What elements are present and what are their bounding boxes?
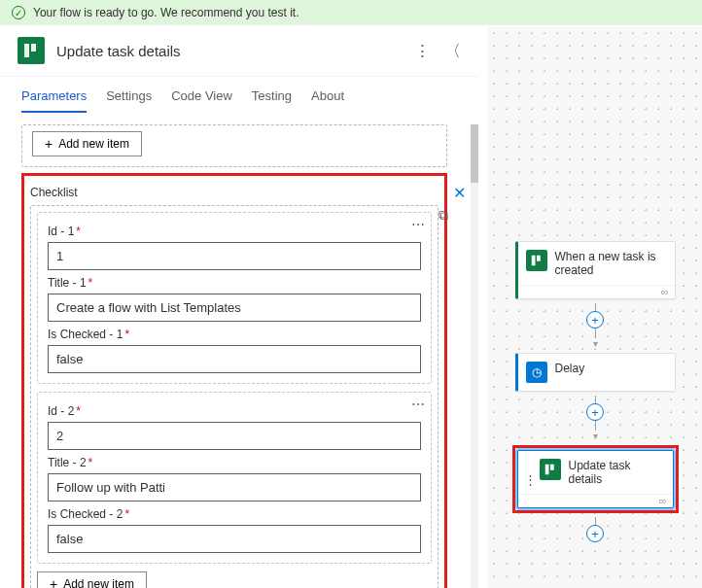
- ischecked-input[interactable]: [48, 345, 421, 373]
- flow-node-delay[interactable]: ◷ Delay: [515, 353, 676, 392]
- flow-node-update[interactable]: ⋮ Update task details ∞: [517, 450, 674, 508]
- title-label: Title - 2*: [48, 456, 421, 469]
- svg-rect-0: [24, 44, 29, 57]
- svg-rect-3: [537, 256, 541, 261]
- scrollbar[interactable]: [471, 124, 478, 588]
- more-icon[interactable]: ⋮: [414, 41, 431, 61]
- checklist-container: ⋯ ⧉ Id - 1* Title - 1* Is Checked - 1* ⋯…: [30, 205, 439, 588]
- title-label: Title - 1*: [48, 276, 421, 290]
- svg-rect-2: [531, 256, 535, 266]
- ischecked-input[interactable]: [48, 525, 421, 553]
- tab-about[interactable]: About: [311, 85, 344, 113]
- node-menu-icon[interactable]: ⋮: [524, 472, 537, 487]
- id-label: Id - 1*: [48, 225, 421, 238]
- add-item-button[interactable]: Add new item: [37, 571, 147, 588]
- checklist-item: ⋯ Id - 2* Title - 2* Is Checked - 2*: [37, 392, 432, 564]
- panel-header: Update task details ⋮ 〈: [0, 27, 478, 77]
- notification-text: Your flow is ready to go. We recommend y…: [33, 6, 298, 19]
- checklist-highlight: Checklist ✕ ⋯ ⧉ Id - 1* Title - 1* Is Ch…: [21, 173, 447, 588]
- add-item-button-top[interactable]: Add new item: [32, 131, 142, 156]
- checklist-label: Checklist: [30, 186, 439, 199]
- clock-icon: ◷: [526, 362, 547, 383]
- node-footer: ∞: [518, 494, 673, 507]
- title-input[interactable]: [48, 294, 421, 322]
- form-area: Add new item Checklist ✕ ⋯ ⧉ Id - 1* Tit…: [0, 124, 469, 588]
- item-menu-icon[interactable]: ⋯: [411, 397, 425, 412]
- title-input[interactable]: [48, 473, 421, 502]
- tab-testing[interactable]: Testing: [252, 85, 292, 113]
- template-icon[interactable]: ⧉: [439, 207, 448, 224]
- add-step-button[interactable]: +: [586, 311, 604, 329]
- add-step-button[interactable]: +: [586, 403, 604, 421]
- scrollbar-thumb[interactable]: [471, 124, 478, 183]
- planner-icon: [18, 37, 45, 64]
- tab-bar: Parameters Settings Code View Testing Ab…: [0, 77, 478, 113]
- notification-bar: ✓ Your flow is ready to go. We recommend…: [0, 0, 702, 25]
- prev-section: Add new item: [21, 124, 447, 167]
- id-input[interactable]: [48, 422, 421, 450]
- collapse-icon[interactable]: 〈: [444, 40, 461, 62]
- panel-title: Update task details: [56, 43, 181, 59]
- node-title: When a new task is created: [555, 250, 667, 277]
- node-title: Update task details: [569, 459, 665, 486]
- planner-icon: [540, 459, 561, 480]
- left-panel: Update task details ⋮ 〈 Parameters Setti…: [0, 27, 478, 588]
- svg-rect-4: [544, 465, 548, 475]
- tab-codeview[interactable]: Code View: [171, 85, 232, 113]
- item-menu-icon[interactable]: ⋯: [411, 217, 425, 232]
- node-footer: ∞: [518, 285, 675, 298]
- ischecked-label: Is Checked - 2*: [48, 507, 421, 521]
- selected-node-highlight: ⋮ Update task details ∞: [512, 445, 679, 513]
- close-icon[interactable]: ✕: [453, 184, 466, 202]
- tab-settings[interactable]: Settings: [106, 85, 152, 113]
- svg-rect-1: [31, 44, 36, 52]
- ischecked-label: Is Checked - 1*: [48, 328, 421, 341]
- checklist-item: ⋯ ⧉ Id - 1* Title - 1* Is Checked - 1*: [37, 212, 432, 384]
- check-circle-icon: ✓: [12, 6, 25, 19]
- id-input[interactable]: [48, 242, 421, 270]
- flow-node-trigger[interactable]: When a new task is created ∞: [515, 241, 676, 299]
- flow-canvas: When a new task is created ∞ +▾ ◷ Delay …: [488, 27, 702, 588]
- planner-icon: [526, 250, 547, 271]
- tab-parameters[interactable]: Parameters: [21, 85, 87, 113]
- node-title: Delay: [555, 362, 585, 375]
- id-label: Id - 2*: [48, 404, 421, 418]
- add-step-button[interactable]: +: [586, 525, 604, 542]
- svg-rect-5: [550, 465, 554, 470]
